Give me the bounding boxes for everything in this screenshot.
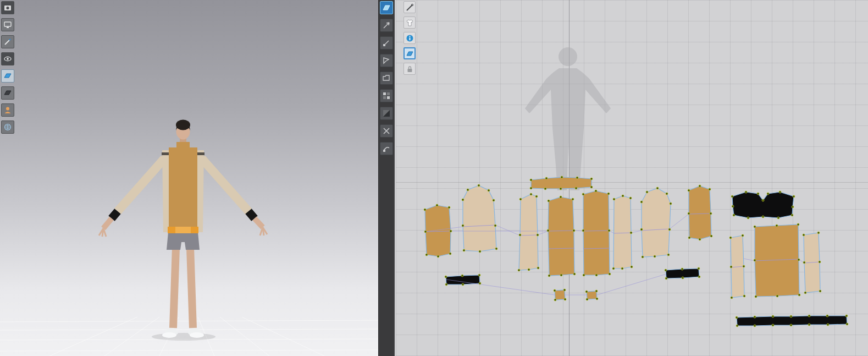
vertex-front-side-left-1[interactable] bbox=[530, 193, 532, 195]
pattern-piece-back-center[interactable] bbox=[583, 191, 610, 275]
pattern-piece-collar-band[interactable] bbox=[531, 177, 591, 189]
vertex-side-panel-left-2[interactable] bbox=[448, 206, 450, 209]
vertex-side-panel-right-1[interactable] bbox=[699, 185, 701, 187]
vertex-sleeve-right-7[interactable] bbox=[654, 255, 656, 258]
vertex-hem-center-2[interactable] bbox=[797, 223, 799, 226]
vertex-yoke-3[interactable] bbox=[762, 199, 764, 201]
vertex-front-side-left-4[interactable] bbox=[537, 267, 539, 269]
vertex-front-center-left-6[interactable] bbox=[548, 275, 550, 277]
vertex-waistband-3[interactable] bbox=[790, 315, 792, 317]
vertex-side-panel-right-2[interactable] bbox=[709, 188, 711, 190]
vertex-front-side-left-7[interactable] bbox=[519, 234, 521, 236]
vertex-waistband-9[interactable] bbox=[808, 324, 810, 326]
sewing-line-10[interactable] bbox=[597, 274, 666, 295]
needle-tool-button[interactable] bbox=[403, 1, 416, 13]
vertex-cuff-left-2[interactable] bbox=[478, 274, 480, 276]
pattern-piece-yoke[interactable] bbox=[732, 192, 794, 218]
vertex-tab-right-3[interactable] bbox=[586, 298, 588, 300]
vertex-cuff-left-5[interactable] bbox=[445, 283, 447, 286]
trace-button[interactable] bbox=[380, 72, 393, 85]
vertex-front-center-left-2[interactable] bbox=[572, 198, 574, 200]
vertex-back-side-4[interactable] bbox=[631, 266, 633, 268]
vertex-side-panel-left-3[interactable] bbox=[450, 230, 452, 232]
vertex-yoke-6[interactable] bbox=[793, 195, 795, 198]
sewing-line-6[interactable] bbox=[631, 231, 642, 233]
vertex-hem-side-left-1[interactable] bbox=[742, 234, 744, 237]
vertex-sleeve-right-6[interactable] bbox=[667, 254, 670, 256]
vertex-tab-right-2[interactable] bbox=[596, 298, 598, 300]
show-garment-button[interactable] bbox=[1, 35, 14, 48]
vertex-side-panel-left-4[interactable] bbox=[449, 253, 451, 255]
vertex-side-panel-left-1[interactable] bbox=[436, 204, 438, 206]
vertex-collar-band-0[interactable] bbox=[530, 179, 532, 181]
vertex-back-side-3[interactable] bbox=[630, 232, 632, 234]
environment-button[interactable] bbox=[1, 121, 14, 134]
vertex-sleeve-left-4[interactable] bbox=[493, 199, 495, 201]
vertex-front-center-left-3[interactable] bbox=[573, 229, 575, 232]
vertex-hem-side-right-2[interactable] bbox=[819, 261, 821, 263]
vertex-tab-right-1[interactable] bbox=[595, 290, 598, 292]
pattern-piece-front-center-left[interactable] bbox=[548, 197, 574, 276]
vertex-cuff-right-2[interactable] bbox=[698, 267, 700, 270]
vertex-yoke-5[interactable] bbox=[779, 191, 781, 193]
vertex-tab-left-2[interactable] bbox=[564, 298, 566, 300]
vertex-yoke-13[interactable] bbox=[732, 205, 734, 207]
vertex-hem-side-left-2[interactable] bbox=[743, 265, 745, 267]
fabric-dark-button[interactable] bbox=[1, 86, 14, 100]
vertex-hem-center-3[interactable] bbox=[798, 259, 800, 261]
vertex-cuff-right-1[interactable] bbox=[681, 268, 683, 270]
vertex-front-center-left-7[interactable] bbox=[547, 229, 549, 232]
scene-view-button[interactable] bbox=[1, 18, 14, 31]
vertex-hem-side-right-0[interactable] bbox=[803, 234, 805, 236]
vertex-waistband-4[interactable] bbox=[808, 315, 810, 317]
vertex-waistband-2[interactable] bbox=[772, 315, 774, 317]
sewing-line-7[interactable] bbox=[670, 214, 689, 229]
vertex-sleeve-right-8[interactable] bbox=[642, 256, 644, 258]
vertex-hem-side-left-4[interactable] bbox=[731, 297, 733, 299]
sewing-line-8[interactable] bbox=[446, 280, 555, 295]
vertex-front-center-left-5[interactable] bbox=[560, 274, 562, 276]
vertex-tab-left-1[interactable] bbox=[563, 289, 566, 291]
sewing-line-3[interactable] bbox=[538, 231, 548, 235]
vertex-waistband-5[interactable] bbox=[826, 315, 828, 317]
pattern-piece-side-panel-left[interactable] bbox=[425, 205, 451, 256]
vertex-back-side-1[interactable] bbox=[622, 195, 624, 197]
vertex-collar-band-9[interactable] bbox=[530, 187, 532, 189]
vertex-hem-side-right-4[interactable] bbox=[804, 292, 806, 294]
vertex-sleeve-left-1[interactable] bbox=[467, 189, 469, 191]
vertex-cuff-right-5[interactable] bbox=[665, 277, 667, 280]
vertex-yoke-4[interactable] bbox=[767, 193, 769, 195]
vertex-waistband-11[interactable] bbox=[772, 324, 774, 326]
vertex-back-center-0[interactable] bbox=[582, 193, 584, 195]
vertex-sleeve-right-2[interactable] bbox=[656, 187, 659, 189]
vertex-back-center-2[interactable] bbox=[607, 193, 610, 195]
vertex-collar-band-2[interactable] bbox=[561, 176, 563, 178]
vertex-waistband-6[interactable] bbox=[845, 315, 848, 317]
vertex-hem-center-0[interactable] bbox=[754, 226, 756, 228]
vertex-front-side-left-0[interactable] bbox=[519, 198, 522, 200]
avatar-3d[interactable] bbox=[0, 0, 378, 356]
vertex-front-center-left-0[interactable] bbox=[548, 200, 550, 202]
vertex-side-panel-right-7[interactable] bbox=[688, 212, 690, 215]
vertex-back-side-2[interactable] bbox=[629, 197, 632, 199]
pattern-piece-back-side[interactable] bbox=[613, 196, 632, 269]
vertex-back-side-6[interactable] bbox=[612, 267, 615, 270]
vertex-front-side-left-6[interactable] bbox=[518, 269, 520, 271]
pattern-piece-front-side-left[interactable] bbox=[519, 194, 538, 270]
vertex-yoke-1[interactable] bbox=[745, 191, 747, 193]
vertex-side-panel-left-6[interactable] bbox=[425, 254, 428, 256]
vertex-yoke-2[interactable] bbox=[757, 193, 759, 195]
render-tool-button[interactable] bbox=[1, 1, 14, 14]
vertex-yoke-11[interactable] bbox=[747, 217, 749, 219]
vertex-waistband-7[interactable] bbox=[846, 323, 848, 325]
vertex-front-side-left-5[interactable] bbox=[528, 269, 530, 271]
vertex-yoke-12[interactable] bbox=[733, 214, 735, 216]
show-fabric-button[interactable] bbox=[1, 69, 14, 83]
vertex-sleeve-left-2[interactable] bbox=[478, 184, 480, 187]
vertex-sleeve-left-9[interactable] bbox=[462, 224, 464, 227]
vertex-sleeve-left-7[interactable] bbox=[479, 250, 481, 253]
vertex-front-center-left-1[interactable] bbox=[560, 196, 562, 198]
pattern-panel-2d[interactable] bbox=[396, 0, 868, 356]
sewing-line-11[interactable] bbox=[744, 259, 755, 261]
pattern-piece-sleeve-right[interactable] bbox=[642, 188, 671, 257]
